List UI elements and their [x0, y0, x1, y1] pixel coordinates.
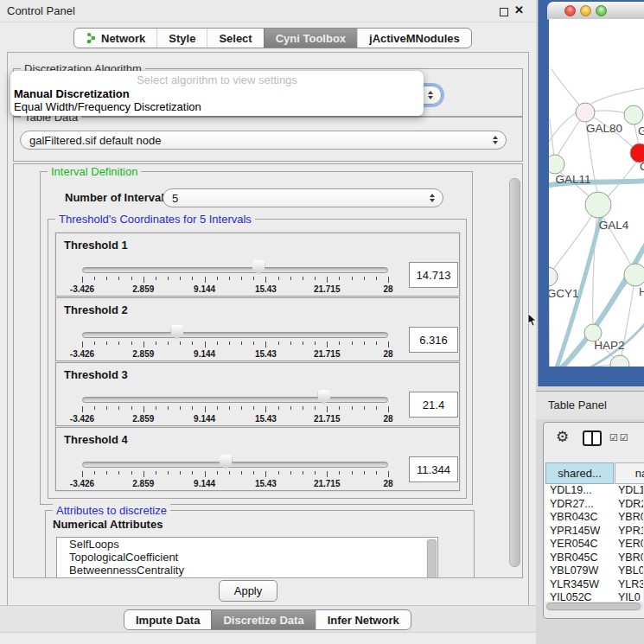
slider-ticks: [82, 341, 388, 348]
popup-item-manual-discretization[interactable]: Manual Discretization: [14, 87, 130, 100]
columns-icon[interactable]: [583, 430, 602, 446]
tab-select[interactable]: Select: [207, 29, 263, 48]
tab-jactivemnodules[interactable]: jActiveMNodules: [357, 29, 471, 48]
control-panel-titlebar: Control Panel ✕: [0, 0, 536, 22]
tick-label: 9.144: [194, 349, 215, 359]
table-hscrollbar-thumb[interactable]: [546, 603, 641, 610]
cell-name[interactable]: YER0: [618, 538, 643, 552]
cell-shared-name[interactable]: YBR045C: [550, 552, 598, 565]
table-data-combobox[interactable]: galFiltered.sif default node: [20, 131, 507, 150]
attribute-item-selfloops[interactable]: SelfLoops: [57, 538, 437, 551]
tick-label: 9.144: [194, 414, 215, 424]
threshold-1-value-field[interactable]: 14.713: [409, 262, 458, 288]
tab-label: Network: [101, 32, 145, 45]
threshold-3-slider[interactable]: -3.4262.8599.14415.4321.71528: [80, 389, 390, 424]
network-window-titlebar: [547, 2, 644, 20]
tick-label: 15.43: [255, 284, 277, 294]
cell-name[interactable]: YDL1: [618, 484, 643, 498]
cell-shared-name[interactable]: YLR345W: [550, 578, 599, 592]
table-row[interactable]: YLR345WYLR3: [545, 578, 643, 592]
settings-scrollbar-thumb[interactable]: [509, 178, 520, 567]
network-icon: [86, 32, 97, 44]
mouse-cursor-icon: [527, 313, 538, 330]
tab-infer-network[interactable]: Infer Network: [316, 610, 411, 629]
tab-label: jActiveMNodules: [369, 32, 460, 45]
table-row[interactable]: YBR045CYBR0: [545, 552, 643, 565]
tab-label: Cyni Toolbox: [276, 32, 346, 45]
column-header-shared[interactable]: shared...: [545, 462, 614, 484]
cell-name[interactable]: YBR0: [618, 552, 643, 565]
tab-discretize-data[interactable]: Discretize Data: [211, 610, 315, 629]
network-node-gal80[interactable]: [576, 103, 595, 122]
tab-label: Style: [169, 32, 195, 45]
slider-tick-labels: -3.4262.8599.14415.4321.71528: [82, 414, 388, 424]
table-horizontal-scrollbar[interactable]: [545, 602, 643, 611]
table-row[interactable]: YER054CYER0: [545, 538, 643, 552]
slider-track[interactable]: [82, 462, 388, 468]
tab-cyni-toolbox[interactable]: Cyni Toolbox: [264, 29, 357, 48]
cell-name[interactable]: YLR3: [618, 578, 643, 592]
threshold-3-value-field[interactable]: 21.4: [409, 392, 458, 418]
slider-track[interactable]: [82, 397, 388, 403]
cell-shared-name[interactable]: YBL079W: [550, 564, 598, 578]
slider-ticks: [82, 406, 388, 413]
settings-vertical-scrollbar[interactable]: [508, 166, 520, 576]
popup-item-equal-width-frequency-discretization[interactable]: Equal Width/Frequency Discretization: [14, 100, 201, 113]
network-node-gal11[interactable]: [549, 155, 564, 174]
cell-shared-name[interactable]: YIL052C: [550, 591, 592, 602]
cell-name[interactable]: YBR0: [618, 511, 643, 525]
tab-style[interactable]: Style: [156, 29, 207, 48]
mac-zoom-icon[interactable]: [596, 5, 607, 16]
float-window-icon[interactable]: [500, 8, 508, 16]
tab-impute-data[interactable]: Impute Data: [124, 610, 211, 629]
apply-button[interactable]: Apply: [219, 580, 277, 602]
cell-name[interactable]: YPR1: [618, 525, 643, 539]
attribute-item-topologicalcoefficient[interactable]: TopologicalCoefficient: [57, 551, 437, 564]
threshold-4-slider[interactable]: -3.4262.8599.14415.4321.71528: [80, 454, 390, 488]
cell-name[interactable]: YBL0: [618, 564, 643, 578]
tab-network[interactable]: Network: [74, 29, 156, 48]
cell-shared-name[interactable]: YDL19...: [550, 484, 592, 498]
list-scrollbar-thumb[interactable]: [427, 539, 437, 578]
table-row[interactable]: YBR043CYBR0: [545, 511, 643, 525]
column-header-name[interactable]: na: [615, 462, 644, 484]
slider-tick-labels: -3.4262.8599.14415.4321.71528: [82, 284, 388, 294]
cell-shared-name[interactable]: YDR27...: [550, 498, 594, 512]
slider-track[interactable]: [82, 332, 388, 338]
network-node[interactable]: [624, 264, 644, 286]
cell-shared-name[interactable]: YPR145W: [550, 525, 600, 539]
table-data-combobox-value: galFiltered.sif default node: [29, 134, 161, 147]
threshold-2-value-field[interactable]: 6.316: [409, 327, 458, 353]
threshold-1-slider[interactable]: -3.4262.8599.14415.4321.71528: [80, 259, 390, 294]
network-canvas[interactable]: GAL80GAL11GAL4GCY1HAP2GCH: [549, 19, 644, 367]
gear-icon[interactable]: ⚙: [556, 429, 569, 446]
spinner-arrows-icon: [430, 194, 435, 202]
mac-minimize-icon[interactable]: [580, 5, 591, 16]
network-node-gal4[interactable]: [585, 192, 611, 218]
table-row[interactable]: YPR145WYPR1: [545, 525, 643, 539]
table-row[interactable]: YDR27...YDR2: [545, 498, 643, 512]
close-icon[interactable]: ✕: [514, 3, 524, 16]
numerical-attributes-list[interactable]: SelfLoopsTopologicalCoefficientBetweenne…: [56, 537, 438, 578]
slider-track[interactable]: [82, 267, 388, 273]
cell-name[interactable]: YDR2: [618, 498, 643, 512]
table-row[interactable]: YIL052CYIL0: [545, 591, 643, 602]
tick-label: 15.43: [255, 349, 277, 359]
network-node[interactable]: [624, 105, 643, 124]
threshold-4-value-field[interactable]: 11.344: [409, 456, 458, 482]
mac-close-icon[interactable]: [564, 5, 576, 16]
table-row[interactable]: YBL079WYBL0: [545, 564, 643, 578]
threshold-4-panel: Threshold 4-3.4262.8599.14415.4321.71528…: [55, 427, 460, 491]
checkboxes-icon[interactable]: ☑☑: [609, 432, 630, 443]
list-scrollbar[interactable]: [426, 539, 437, 578]
threshold-2-slider[interactable]: -3.4262.8599.14415.4321.71528: [80, 324, 390, 359]
attribute-item-betweennesscentrality[interactable]: BetweennessCentrality: [57, 564, 437, 577]
network-node-gcy1[interactable]: [549, 267, 558, 286]
number-of-intervals-label: Number of Intervals: [65, 188, 170, 207]
table-row[interactable]: YDL19...YDL1: [545, 484, 643, 498]
cell-name[interactable]: YIL0: [618, 591, 641, 602]
cell-shared-name[interactable]: YER054C: [550, 538, 598, 552]
tick-label: -3.426: [70, 414, 94, 424]
number-of-intervals-combobox[interactable]: 5: [163, 188, 443, 207]
cell-shared-name[interactable]: YBR043C: [550, 511, 598, 525]
